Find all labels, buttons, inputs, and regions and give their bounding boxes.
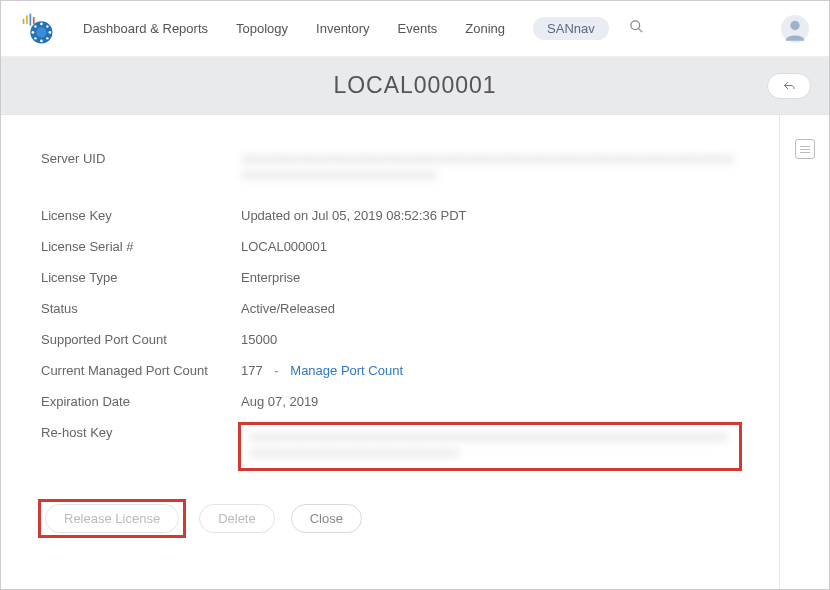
svg-point-11 (46, 25, 48, 27)
label-license-key: License Key (41, 208, 241, 223)
title-bar: LOCAL000001 (1, 57, 829, 115)
svg-point-17 (790, 20, 799, 29)
row-license-serial: License Serial # LOCAL000001 (41, 231, 739, 262)
search-icon[interactable] (629, 19, 644, 38)
svg-point-14 (631, 21, 640, 30)
row-current-managed-port-count: Current Managed Port Count 177 - Manage … (41, 355, 739, 386)
value-supported-port-count: 15000 (241, 332, 739, 347)
svg-point-5 (36, 27, 46, 37)
value-license-serial: LOCAL000001 (241, 239, 739, 254)
value-current-managed-port-count: 177 - Manage Port Count (241, 363, 739, 378)
row-expiration-date: Expiration Date Aug 07, 2019 (41, 386, 739, 417)
label-rehost-key: Re-host Key (41, 425, 241, 440)
row-license-key: License Key Updated on Jul 05, 2019 08:5… (41, 200, 739, 231)
content-wrapper: Server UID ■■■■■■■■■■■■■■■■■■■■■■■■■■■■■… (1, 115, 829, 589)
svg-point-7 (40, 39, 43, 42)
manage-port-count-link[interactable]: Manage Port Count (290, 363, 403, 378)
row-status: Status Active/Released (41, 293, 739, 324)
page-title: LOCAL000001 (333, 72, 496, 99)
row-server-uid: Server UID ■■■■■■■■■■■■■■■■■■■■■■■■■■■■■… (41, 143, 739, 200)
highlight-rehost-key: ■■■■■■■■■■■■■■■■■■■■■■■■■■■■■■■■■■■■■■■■… (241, 425, 739, 468)
separator-dash: - (274, 363, 278, 378)
svg-rect-2 (33, 17, 35, 24)
row-supported-port-count: Supported Port Count 15000 (41, 324, 739, 355)
right-sidebar (779, 115, 829, 589)
current-port-count-number: 177 (241, 363, 263, 378)
svg-rect-1 (30, 13, 32, 25)
reply-arrow-icon (782, 80, 796, 92)
label-supported-port-count: Supported Port Count (41, 332, 241, 347)
svg-point-8 (32, 31, 35, 34)
label-expiration-date: Expiration Date (41, 394, 241, 409)
value-license-type: Enterprise (241, 270, 739, 285)
release-license-button[interactable]: Release License (45, 504, 179, 533)
svg-rect-0 (26, 15, 28, 24)
nav-items: Dashboard & Reports Topology Inventory E… (83, 17, 609, 40)
label-license-serial: License Serial # (41, 239, 241, 254)
brand-logo (21, 12, 55, 46)
highlight-release-license: Release License (41, 502, 183, 535)
back-button[interactable] (767, 73, 811, 99)
svg-line-15 (638, 28, 642, 32)
user-icon (781, 15, 809, 43)
delete-button[interactable]: Delete (199, 504, 275, 533)
row-rehost-key: Re-host Key ■■■■■■■■■■■■■■■■■■■■■■■■■■■■… (41, 417, 739, 476)
label-server-uid: Server UID (41, 151, 241, 166)
nav-topology[interactable]: Topology (236, 21, 288, 36)
svg-point-6 (40, 22, 43, 25)
nav-inventory[interactable]: Inventory (316, 21, 369, 36)
rehost-key-blurred: ■■■■■■■■■■■■■■■■■■■■■■■■■■■■■■■■■■■■■■■■… (249, 429, 731, 461)
value-rehost-key: ■■■■■■■■■■■■■■■■■■■■■■■■■■■■■■■■■■■■■■■■… (241, 425, 739, 468)
svg-rect-3 (23, 18, 25, 23)
label-current-managed-port-count: Current Managed Port Count (41, 363, 241, 378)
value-expiration-date: Aug 07, 2019 (241, 394, 739, 409)
action-bar: Release License Delete Close (41, 476, 739, 535)
nav-sannav[interactable]: SANnav (533, 17, 609, 40)
label-status: Status (41, 301, 241, 316)
user-avatar[interactable] (781, 15, 809, 43)
detail-panel: Server UID ■■■■■■■■■■■■■■■■■■■■■■■■■■■■■… (1, 115, 779, 589)
nav-events[interactable]: Events (398, 21, 438, 36)
server-uid-blurred: ■■■■■■■■■■■■■■■■■■■■■■■■■■■■■■■■■■■■■■■■… (241, 151, 739, 189)
close-button[interactable]: Close (291, 504, 362, 533)
svg-point-9 (49, 31, 52, 34)
nav-zoning[interactable]: Zoning (465, 21, 505, 36)
label-license-type: License Type (41, 270, 241, 285)
top-nav: Dashboard & Reports Topology Inventory E… (1, 1, 829, 57)
svg-point-13 (46, 37, 48, 39)
notes-icon[interactable] (795, 139, 815, 159)
svg-point-12 (34, 37, 36, 39)
value-status: Active/Released (241, 301, 739, 316)
svg-point-10 (34, 25, 36, 27)
row-license-type: License Type Enterprise (41, 262, 739, 293)
logo-icon (21, 12, 55, 46)
value-license-key: Updated on Jul 05, 2019 08:52:36 PDT (241, 208, 739, 223)
nav-dashboard[interactable]: Dashboard & Reports (83, 21, 208, 36)
value-server-uid: ■■■■■■■■■■■■■■■■■■■■■■■■■■■■■■■■■■■■■■■■… (241, 151, 739, 192)
